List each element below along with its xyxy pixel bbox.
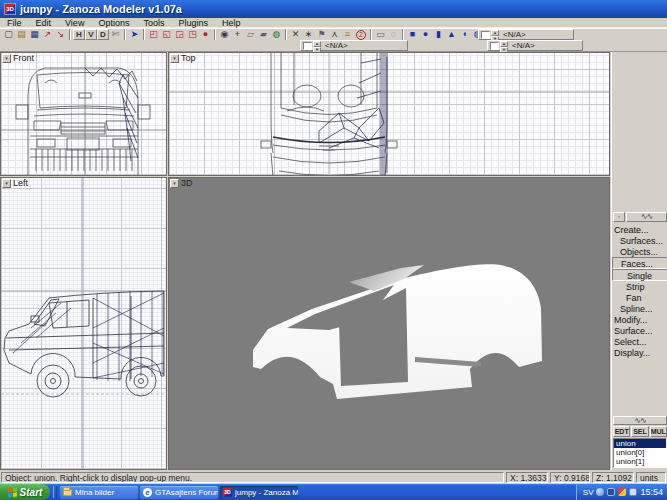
box-primitive-icon[interactable]: ■ xyxy=(406,29,419,40)
viewport-menu-button[interactable]: ▾ xyxy=(2,54,11,63)
menu-plugins[interactable]: Plugins xyxy=(171,18,215,28)
edit-mode-button[interactable]: EDT xyxy=(613,426,630,437)
sphere-primitive-icon[interactable]: ● xyxy=(419,29,432,40)
menu-help[interactable]: Help xyxy=(215,18,248,28)
export-icon[interactable]: ↘ xyxy=(54,29,67,40)
circled-two-icon[interactable]: 2 xyxy=(356,30,366,40)
globe-icon[interactable]: ◍ xyxy=(270,29,283,40)
status-x-coordinate: X: 1.3633 xyxy=(506,472,548,483)
cut-icon[interactable]: ✄ xyxy=(109,29,122,40)
van-3d-model xyxy=(253,264,542,399)
spinner-arrows[interactable]: ▲▼ xyxy=(500,41,508,50)
multi-mode-button[interactable]: MUL xyxy=(650,426,667,437)
spinner-value-box[interactable] xyxy=(490,42,499,50)
splitter-handle-icon[interactable]: ∿∿ xyxy=(613,416,667,425)
sidebar-item-display[interactable]: Display... xyxy=(612,347,667,358)
object-list-item[interactable]: union[1] xyxy=(614,457,666,466)
h-toggle-button[interactable]: H xyxy=(73,29,85,40)
spinner-arrows[interactable]: ▲▼ xyxy=(313,41,321,50)
sidebar-item-objects[interactable]: Objects... xyxy=(612,246,667,257)
language-indicator[interactable]: SV xyxy=(583,488,594,497)
toolbar-row-2: ▲▼ <N/A> ▲▼ <N/A> xyxy=(0,40,667,52)
open-file-icon[interactable]: ▤ xyxy=(15,29,28,40)
select-arrow-icon[interactable]: ➤ xyxy=(128,29,141,40)
start-button[interactable]: Start xyxy=(0,484,50,500)
flag-icon[interactable]: ⚑ xyxy=(315,29,328,40)
rect-primitive-icon[interactable]: ▭ xyxy=(374,29,387,40)
solid-cube-icon[interactable]: ▰ xyxy=(257,29,270,40)
viewport-left[interactable]: ▾ Left xyxy=(0,177,167,470)
menu-edit[interactable]: Edit xyxy=(29,18,59,28)
menu-file[interactable]: File xyxy=(0,18,29,28)
sidebar-item-strip[interactable]: Strip xyxy=(612,281,667,292)
threed-canvas[interactable] xyxy=(169,178,610,470)
sidebar-collapse-button[interactable]: ◦ xyxy=(613,212,625,222)
tray-icon[interactable] xyxy=(607,488,615,496)
spinner-arrows[interactable]: ▲▼ xyxy=(491,30,499,39)
d-toggle-button[interactable]: D xyxy=(97,29,109,40)
windows-taskbar: Start Mina bilder e GTAsajtens Forum -..… xyxy=(0,484,667,500)
star-icon[interactable]: ∗ xyxy=(302,29,315,40)
sidebar-item-single[interactable]: Single xyxy=(612,269,667,281)
sidebar-item-spline[interactable]: Spline... xyxy=(612,303,667,314)
left-view-canvas[interactable] xyxy=(1,178,167,470)
viewport-3d[interactable]: ▾ 3D xyxy=(168,177,610,470)
top-view-canvas[interactable] xyxy=(169,53,610,176)
import-icon[interactable]: ↗ xyxy=(41,29,54,40)
faces-mode-icon[interactable]: ◲ xyxy=(173,29,186,40)
new-file-icon[interactable]: ▢ xyxy=(2,29,15,40)
person-icon[interactable]: ⋏ xyxy=(328,29,341,40)
vertices-mode-icon[interactable]: ◰ xyxy=(147,29,160,40)
object-list-item[interactable]: union[0] xyxy=(614,448,666,457)
pan-icon[interactable]: + xyxy=(231,29,244,40)
menu-tools[interactable]: Tools xyxy=(136,18,171,28)
sidebar-item-fan[interactable]: Fan xyxy=(612,292,667,303)
object-list-item[interactable]: union xyxy=(614,439,666,448)
title-bar[interactable]: 3D jumpy - Zanoza Modeler v1.07a xyxy=(0,0,667,18)
save-file-icon[interactable]: ▦ xyxy=(28,29,41,40)
hemisphere-primitive-icon[interactable]: ◖ xyxy=(458,29,471,40)
layers-icon[interactable]: ≡ xyxy=(341,29,354,40)
circle-primitive-icon[interactable]: ◌ xyxy=(387,29,400,40)
quick-launch-grip[interactable] xyxy=(53,486,57,498)
clock[interactable]: 15:54 xyxy=(640,487,663,497)
cylinder-primitive-icon[interactable]: ▮ xyxy=(432,29,445,40)
sidebar-item-surface[interactable]: Surface... xyxy=(612,325,667,336)
front-view-canvas[interactable] xyxy=(1,53,167,176)
sidebar-item-faces[interactable]: Faces... xyxy=(612,257,667,269)
edges-mode-icon[interactable]: ◱ xyxy=(160,29,173,40)
system-tray: SV 15:54 xyxy=(576,484,667,500)
taskbar-task-gtasajtens-forum[interactable]: e GTAsajtens Forum -... xyxy=(140,486,218,499)
splitter-handle-icon[interactable]: ∿∿ xyxy=(626,212,667,222)
v-toggle-button[interactable]: V xyxy=(85,29,97,40)
spinner-value-box[interactable] xyxy=(481,31,490,39)
menu-bar: File Edit View Options Tools Plugins Hel… xyxy=(0,18,667,28)
tray-icon[interactable] xyxy=(629,488,637,496)
zoom-icon[interactable]: ◉ xyxy=(218,29,231,40)
menu-options[interactable]: Options xyxy=(91,18,136,28)
taskbar-task-zmodeler[interactable]: 3D jumpy - Zanoza Mode... xyxy=(220,486,298,499)
sphere-mode-icon[interactable]: ● xyxy=(199,29,212,40)
objects-mode-icon[interactable]: ◳ xyxy=(186,29,199,40)
viewport-menu-button[interactable]: ▾ xyxy=(170,54,179,63)
viewport-menu-button[interactable]: ▾ xyxy=(170,179,179,188)
toolbar-row-1: ▢ ▤ ▦ ↗ ↘ H V D ✄ ➤ ◰ ◱ ◲ ◳ ● ◉ + ▱ ▰ ◍ … xyxy=(0,28,667,40)
van-front-blueprint xyxy=(16,68,150,175)
wire-cube-icon[interactable]: ▱ xyxy=(244,29,257,40)
select-mode-button[interactable]: SEL xyxy=(631,426,648,437)
sidebar-item-modify[interactable]: Modify... xyxy=(612,314,667,325)
spinner-value-box[interactable] xyxy=(303,42,312,50)
workspace: ▾ Front xyxy=(0,52,667,470)
sidebar-item-surfaces[interactable]: Surfaces... xyxy=(612,235,667,246)
menu-view[interactable]: View xyxy=(58,18,91,28)
sidebar-item-create[interactable]: Create... xyxy=(612,224,667,235)
tray-icon[interactable] xyxy=(596,488,604,496)
viewport-menu-button[interactable]: ▾ xyxy=(2,179,11,188)
taskbar-task-mina-bilder[interactable]: Mina bilder xyxy=(60,486,138,499)
viewport-top[interactable]: ▾ Top xyxy=(168,52,610,176)
tray-icon[interactable] xyxy=(618,488,626,496)
cone-primitive-icon[interactable]: ▲ xyxy=(445,29,458,40)
delete-icon[interactable]: ✕ xyxy=(289,29,302,40)
sidebar-item-select[interactable]: Select... xyxy=(612,336,667,347)
viewport-front[interactable]: ▾ Front xyxy=(0,52,167,176)
